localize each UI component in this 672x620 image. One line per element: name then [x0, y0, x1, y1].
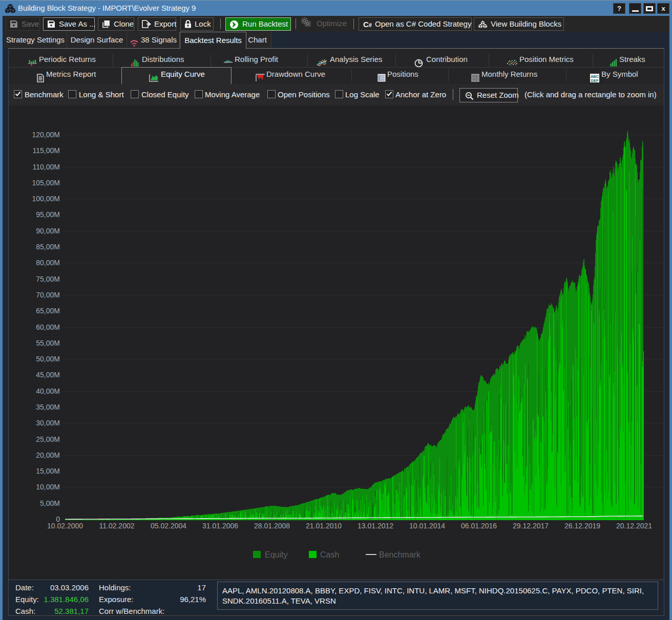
- svg-text:DEF: DEF: [591, 78, 599, 83]
